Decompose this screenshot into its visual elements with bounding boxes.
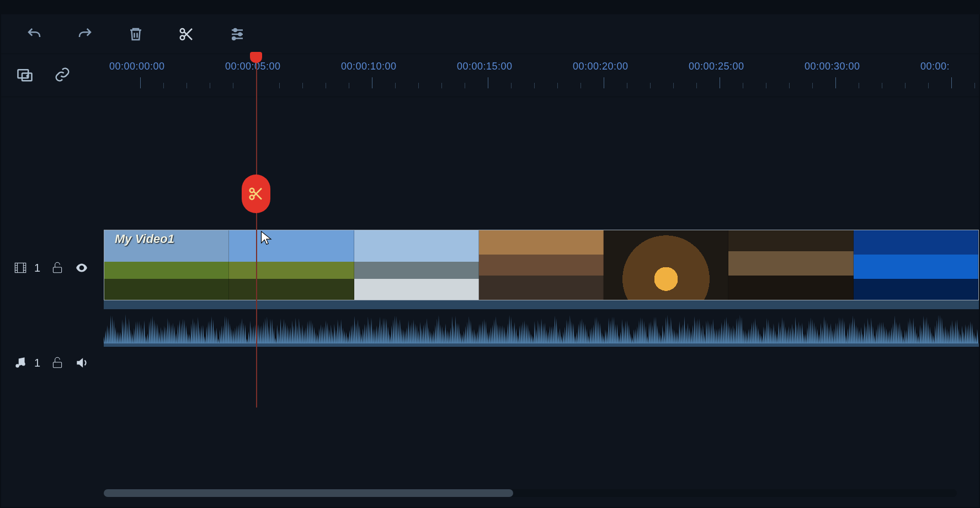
tick-minor [766,83,766,88]
timecode-label: 00:00:30:00 [805,61,860,72]
tick-major [604,77,604,88]
svg-point-10 [15,364,19,368]
clip-thumbnail [728,230,853,300]
trash-icon [127,26,144,43]
tick-minor [302,83,303,88]
speaker-icon[interactable] [74,356,89,370]
timecode-label: 00:00:00:00 [109,61,165,72]
sliders-icon [229,26,246,43]
timecode-label: 00:00:10:00 [341,61,397,72]
tick-major [835,77,836,88]
toolbar [1,14,979,54]
audio-waveform[interactable] [104,309,979,343]
scissors-icon [248,186,264,202]
scrollbar-thumb[interactable] [104,489,513,497]
audio-track-number: 1 [34,357,40,369]
playhead-handle[interactable] [250,52,262,63]
tick-major [720,77,720,88]
svg-rect-8 [54,267,62,273]
tracks-area: 1 1 My Video1 [1,97,979,508]
tick-minor [395,83,396,88]
tick-minor [557,83,558,88]
tick-minor [928,83,929,88]
unlock-icon[interactable] [50,356,65,370]
ruler-row: 00:00:00:0000:00:05:0000:00:10:0000:00:1… [1,54,979,97]
split-at-playhead-button[interactable] [242,174,270,213]
timecode-label: 00:00:25:00 [689,61,744,72]
tick-minor [696,83,697,88]
tick-minor [789,83,790,88]
tick-minor [279,83,280,88]
video-track-number: 1 [34,262,40,274]
tick-minor [859,83,859,88]
clip-thumbnail [854,230,978,300]
redo-button[interactable] [74,23,96,45]
eye-icon[interactable] [74,261,89,275]
svg-point-9 [81,267,83,269]
video-clip[interactable] [104,230,979,300]
ruler-head [1,54,104,97]
tick-major [372,77,372,88]
tick-minor [326,83,326,88]
time-ruler[interactable]: 00:00:00:0000:00:05:0000:00:10:0000:00:1… [104,54,979,97]
svg-point-11 [22,362,25,366]
tick-minor [974,83,975,88]
clip-thumbnail [229,230,354,300]
adjust-button[interactable] [226,23,248,45]
tick-minor [511,83,512,88]
tick-major [140,77,141,88]
tick-minor [882,83,882,88]
tick-minor [812,83,813,88]
audio-clip-footer [104,343,979,347]
tick-major [488,77,488,88]
link-button[interactable] [53,66,72,85]
svg-point-2 [234,29,237,31]
svg-point-3 [239,33,242,35]
tick-major [256,77,257,88]
timecode-label: 00:00:15:00 [457,61,513,72]
timecode-label: 00:00:20:00 [573,61,629,72]
tick-minor [627,83,627,88]
clip-thumbnail [604,230,728,300]
delete-button[interactable] [125,23,147,45]
tick-minor [163,83,164,88]
tick-minor [418,83,419,88]
filmstrip-icon [13,261,28,275]
tick-minor [210,83,210,88]
unlock-icon[interactable] [50,261,65,275]
link-icon [53,66,72,83]
tick-minor [650,83,651,88]
tick-minor [465,83,465,88]
music-note-icon [13,356,28,370]
svg-point-4 [232,37,235,40]
tick-minor [187,83,187,88]
mouse-cursor [260,231,274,246]
clip-thumbnail [479,230,604,300]
tick-minor [233,83,233,88]
tick-minor [580,83,581,88]
audio-track-head: 1 [1,356,104,370]
clip-title: My Video1 [115,232,174,246]
undo-button[interactable] [23,23,45,45]
timecode-label: 00:00: [920,61,950,72]
clip-thumbnail [354,230,479,300]
timeline-horizontal-scrollbar[interactable] [104,489,957,497]
scissors-icon [178,26,195,43]
undo-icon [26,26,42,43]
tick-major [951,77,952,88]
tick-minor [743,83,743,88]
tick-minor [534,83,535,88]
add-marker-button[interactable] [15,66,34,85]
tick-minor [673,83,674,88]
tick-minor [905,83,906,88]
top-strip [1,1,979,14]
redo-icon [77,26,93,43]
add-frame-icon [15,66,34,83]
tick-minor [349,83,349,88]
split-button[interactable] [175,23,198,45]
svg-rect-12 [54,362,62,368]
video-track-head: 1 [1,261,104,275]
tick-minor [441,83,442,88]
